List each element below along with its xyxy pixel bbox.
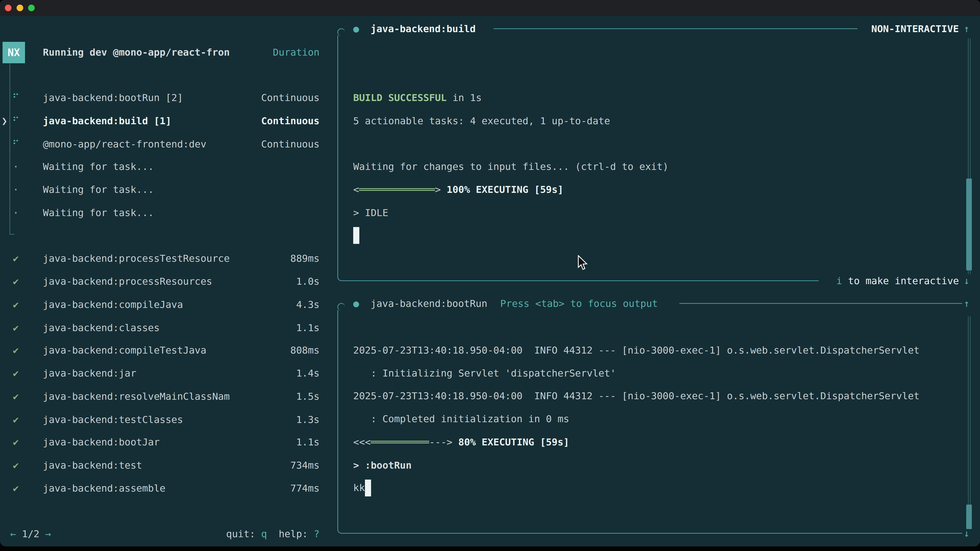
- build-panel-border-top: [493, 28, 858, 29]
- progress-close: --->: [429, 437, 452, 448]
- scroll-down-icon[interactable]: ↓: [964, 275, 969, 287]
- bootrun-panel-bullet-icon: ●: [353, 298, 359, 310]
- task-label: java-backend:jar: [43, 362, 136, 385]
- build-panel-title[interactable]: java-backend:build: [371, 23, 476, 35]
- task-label: java-backend:testClasses: [43, 408, 183, 431]
- build-panel-mode-badge: NON-INTERACTIVE: [871, 23, 959, 35]
- task-label: java-backend:compileJava: [43, 293, 183, 316]
- progress-label: 80% EXECUTING [59s]: [452, 437, 570, 448]
- scrollbar-track[interactable]: [968, 316, 969, 505]
- task-label: java-backend:bootRun [2]: [43, 86, 183, 110]
- task-row[interactable]: ✔ java-backend:resolveMainClassNam 1.5s: [0, 385, 320, 408]
- log-line: : Initializing Servlet 'dispatcherServle…: [353, 362, 616, 385]
- bootrun-panel-border-corner: [337, 303, 345, 311]
- minimize-button[interactable]: [17, 5, 23, 11]
- terminal-cursor: [353, 227, 360, 244]
- check-icon: ✔: [10, 362, 21, 385]
- task-status: Continuous: [261, 133, 320, 156]
- log-line: 2025-07-23T13:40:18.950-04:00 INFO 44312…: [353, 384, 920, 408]
- task-row[interactable]: ✔ java-backend:bootJar 1.1s: [0, 430, 320, 454]
- task-duration: 1.1s: [296, 430, 320, 454]
- task-duration: 808ms: [290, 339, 320, 362]
- progress-open: <: [353, 184, 359, 195]
- check-icon: ✔: [10, 385, 21, 408]
- task-duration: 1.0s: [296, 270, 320, 293]
- task-label: java-backend:classes: [43, 316, 160, 340]
- task-duration: 1.5s: [296, 385, 320, 408]
- interactive-hint: i to make interactive: [836, 275, 959, 287]
- check-icon: ✔: [10, 477, 21, 500]
- quit-key: q: [261, 528, 267, 540]
- task-label: java-backend:resolveMainClassNam: [43, 385, 230, 408]
- check-icon: ✔: [10, 247, 21, 270]
- build-tasks-summary: 5 actionable tasks: 4 executed, 1 up-to-…: [353, 110, 610, 133]
- interactive-hint-key: i: [836, 275, 842, 286]
- task-duration: 1.3s: [296, 408, 320, 431]
- progress-label: 100% EXECUTING [59s]: [441, 184, 563, 195]
- progress-bar: ══════════: [371, 437, 429, 448]
- log-line: : Completed initialization in 0 ms: [353, 407, 569, 430]
- build-panel-border-bottom: [345, 280, 819, 281]
- task-row[interactable]: ✔ java-backend:processTestResource 889ms: [0, 247, 320, 270]
- waiting-dot-icon: ·: [10, 155, 21, 178]
- task-row[interactable]: · Waiting for task...: [0, 178, 320, 201]
- task-duration: 4.3s: [296, 293, 320, 316]
- build-panel-border-corner: [337, 28, 345, 36]
- task-duration: 1.4s: [296, 362, 320, 385]
- log-line: 2025-07-23T13:40:18.950-04:00 INFO 44312…: [353, 339, 920, 362]
- task-row[interactable]: ✔ java-backend:compileTestJava 808ms: [0, 339, 320, 362]
- scroll-down-icon[interactable]: ↓: [964, 527, 969, 539]
- page-indicator: 1/2: [22, 528, 40, 540]
- scroll-up-icon[interactable]: ↑: [964, 298, 969, 310]
- task-status: Continuous: [261, 110, 320, 133]
- task-row[interactable]: ⠋ java-backend:bootRun [2] Continuous: [0, 86, 320, 110]
- help-key: ?: [313, 528, 320, 540]
- build-successful-text: BUILD SUCCESSFUL: [353, 92, 447, 103]
- bootrun-input-text[interactable]: kk: [353, 476, 365, 499]
- build-panel-bullet-icon: ●: [353, 23, 359, 35]
- task-label: Waiting for task...: [43, 155, 154, 178]
- task-list-title: Running dev @mono-app/react-fron: [43, 41, 230, 64]
- bootrun-progress-line: <<<══════════---> 80% EXECUTING [59s]: [353, 430, 570, 454]
- task-row[interactable]: ✔ java-backend:processResources 1.0s: [0, 270, 320, 293]
- task-row[interactable]: ⠋ @mono-app/react-frontend:dev Continuou…: [0, 133, 320, 156]
- build-panel-border-corner: [337, 273, 345, 281]
- task-row[interactable]: ✔ java-backend:test 734ms: [0, 454, 320, 477]
- task-row[interactable]: ✔ java-backend:testClasses 1.3s: [0, 408, 320, 431]
- task-duration: 1.1s: [296, 316, 320, 340]
- task-row[interactable]: ✔ java-backend:jar 1.4s: [0, 362, 320, 385]
- scrollbar-track[interactable]: [970, 316, 970, 505]
- duration-column-header: Duration: [273, 41, 320, 64]
- task-label: java-backend:compileTestJava: [43, 339, 207, 362]
- build-idle-line: > IDLE: [353, 201, 388, 224]
- quit-label: quit:: [226, 528, 261, 540]
- prev-page-arrow[interactable]: ←: [10, 528, 16, 540]
- task-label: java-backend:test: [43, 454, 142, 477]
- task-row[interactable]: · Waiting for task...: [0, 155, 320, 178]
- scroll-up-icon[interactable]: ↑: [964, 23, 969, 35]
- task-row-selected[interactable]: ⠋ java-backend:build [1] Continuous: [0, 110, 320, 133]
- check-icon: ✔: [10, 454, 21, 477]
- close-button[interactable]: [5, 5, 11, 11]
- task-row[interactable]: · Waiting for task...: [0, 201, 320, 224]
- task-label: java-backend:bootJar: [43, 430, 160, 454]
- progress-bar: ═════════════: [359, 184, 435, 195]
- task-row[interactable]: ✔ java-backend:assemble 774ms: [0, 477, 320, 500]
- scrollbar-thumb[interactable]: [966, 505, 972, 529]
- scrollbar-thumb[interactable]: [966, 179, 972, 270]
- build-time-text: in 1s: [447, 92, 482, 103]
- check-icon: ✔: [10, 316, 21, 340]
- spinner-icon: ⠋: [10, 110, 21, 133]
- task-label: Waiting for task...: [43, 178, 154, 201]
- bootrun-panel-title[interactable]: java-backend:bootRun: [371, 298, 487, 310]
- titlebar: [0, 0, 980, 16]
- build-result-line: BUILD SUCCESSFUL in 1s: [353, 86, 482, 110]
- interactive-hint-text: to make interactive: [842, 275, 959, 286]
- check-icon: ✔: [10, 430, 21, 454]
- build-progress-line: <═════════════> 100% EXECUTING [59s]: [353, 178, 563, 201]
- task-row[interactable]: ✔ java-backend:compileJava 4.3s: [0, 293, 320, 316]
- next-page-arrow[interactable]: →: [45, 528, 51, 540]
- zoom-button[interactable]: [28, 5, 35, 11]
- task-label: @mono-app/react-frontend:dev: [43, 133, 207, 156]
- task-row[interactable]: ✔ java-backend:classes 1.1s: [0, 316, 320, 340]
